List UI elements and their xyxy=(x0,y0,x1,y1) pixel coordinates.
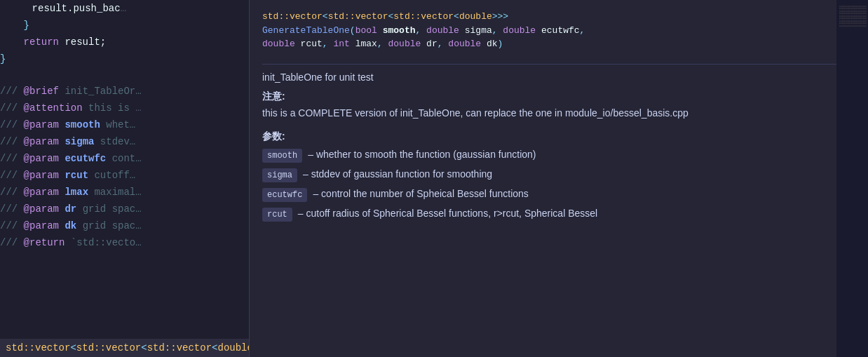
signature-function: GenerateTableOne(bool smooth, double sig… xyxy=(262,24,855,38)
code-line: /// @param sigma stdev… xyxy=(0,133,249,150)
code-line-empty xyxy=(0,67,249,83)
param-desc-smooth: – whether to smooth the function (gaussi… xyxy=(308,147,536,162)
signature-params-cont: double rcut, int lmax, double dr, double… xyxy=(262,37,855,51)
code-line: /// @param dr grid spac… xyxy=(0,201,249,217)
code-line: /// @param dk grid spac… xyxy=(0,217,249,234)
code-line: return result; xyxy=(0,34,249,50)
doc-tooltip: std::vector<std::vector<std::vector<doub… xyxy=(249,0,868,357)
code-line: /// @brief init_TableOr… xyxy=(0,83,249,100)
code-line: /// @attention this is … xyxy=(0,100,249,116)
code-line: } xyxy=(0,17,249,34)
param-row-sigma: sigma – stddev of gaussian function for … xyxy=(262,167,855,182)
param-tag-rcut: rcut xyxy=(262,208,292,222)
bottom-code-line: std::vector<std::vector<std::vector<doub… xyxy=(0,339,249,357)
code-line: /// @param rcut cutoff… xyxy=(0,167,249,184)
code-editor[interactable]: result.push_bac… } return result; } /// … xyxy=(0,0,249,357)
param-tag-sigma: sigma xyxy=(262,168,297,182)
param-row-rcut: rcut – cutoff radius of Spherical Bessel… xyxy=(262,206,855,222)
code-line: /// @param ecutwfc cont… xyxy=(0,150,249,167)
param-row-smooth: smooth – whether to smooth the function … xyxy=(262,147,855,163)
code-line: /// @param smooth whet… xyxy=(0,116,249,133)
signature-return-type: std::vector<std::vector<std::vector<doub… xyxy=(262,10,855,24)
editor-minimap: ████████████████████████████████████████… xyxy=(836,0,868,357)
doc-divider xyxy=(262,64,855,65)
doc-attention-body: this is a COMPLETE version of init_Table… xyxy=(262,106,855,121)
doc-params-title: 参数: xyxy=(262,130,855,143)
code-line: } xyxy=(0,50,249,67)
param-desc-rcut: – cutoff radius of Spherical Bessel func… xyxy=(298,206,597,221)
doc-signature: std::vector<std::vector<std::vector<doub… xyxy=(262,10,855,51)
doc-params-section: 参数: smooth – whether to smooth the funct… xyxy=(262,126,855,226)
doc-brief: init_TableOne for unit test xyxy=(262,70,855,85)
code-line: result.push_bac… xyxy=(0,0,249,17)
doc-attention-section: 注意: this is a COMPLETE version of init_T… xyxy=(262,90,855,126)
code-line: /// @return `std::vecto… xyxy=(0,234,249,251)
param-tag-ecutwfc: ecutwfc xyxy=(262,188,307,202)
doc-attention-title: 注意: xyxy=(262,90,855,103)
param-desc-ecutwfc: – control the number of Spheical Bessel … xyxy=(313,187,528,201)
param-tag-smooth: smooth xyxy=(262,149,302,163)
code-line: /// @param lmax maximal… xyxy=(0,184,249,201)
param-row-ecutwfc: ecutwfc – control the number of Spheical… xyxy=(262,187,855,202)
param-desc-sigma: – stddev of gaussian function for smooth… xyxy=(303,167,492,182)
